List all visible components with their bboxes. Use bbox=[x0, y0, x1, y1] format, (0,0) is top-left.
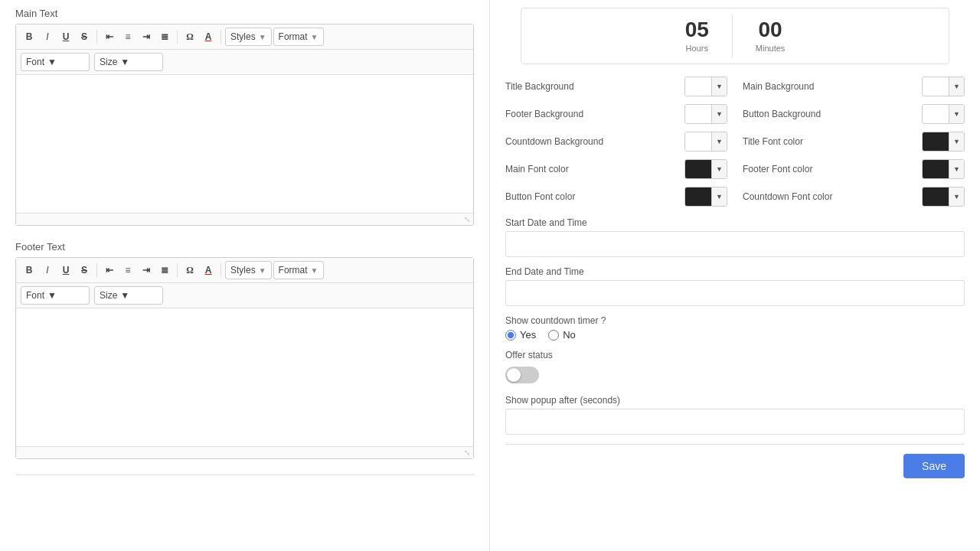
footer-editor-resize[interactable]: ⤡ bbox=[16, 446, 473, 458]
main-font-row: Font ▼ Size ▼ bbox=[16, 50, 473, 75]
main-font-color-dropdown-btn[interactable]: ▼ bbox=[711, 159, 727, 179]
footer-sep-2 bbox=[177, 263, 178, 277]
offer-status-label: Offer status bbox=[505, 350, 965, 360]
show-countdown-group: Show countdown timer ? Yes No bbox=[505, 315, 965, 341]
right-bottom-divider bbox=[505, 444, 965, 445]
footer-justify-btn[interactable]: ≣ bbox=[156, 262, 173, 279]
hours-value: 05 bbox=[685, 19, 709, 41]
footer-styles-arrow-icon: ▼ bbox=[259, 266, 266, 275]
save-button[interactable]: Save bbox=[903, 454, 965, 478]
main-editor-resize[interactable]: ⤡ bbox=[16, 213, 473, 225]
footer-align-left-btn[interactable]: ⇤ bbox=[101, 262, 118, 279]
footer-background-picker[interactable]: ▼ bbox=[684, 104, 727, 124]
button-font-color-dropdown-btn[interactable]: ▼ bbox=[711, 187, 727, 207]
main-align-right-btn[interactable]: ⇥ bbox=[138, 28, 155, 45]
countdown-background-dropdown-btn[interactable]: ▼ bbox=[711, 132, 727, 152]
main-size-select[interactable]: Size ▼ bbox=[94, 53, 163, 71]
footer-omega-btn[interactable]: Ω bbox=[181, 262, 198, 279]
countdown-no-radio[interactable] bbox=[548, 330, 559, 341]
main-font-color-btn[interactable]: A bbox=[200, 28, 217, 45]
footer-text-editor: B I U S ⇤ ≡ ⇥ ≣ Ω A Styles ▼ Format bbox=[15, 257, 474, 459]
countdown-font-color-picker[interactable]: ▼ bbox=[922, 187, 965, 207]
main-bold-btn[interactable]: B bbox=[21, 28, 38, 45]
countdown-yes-item[interactable]: Yes bbox=[505, 329, 536, 341]
show-popup-input[interactable] bbox=[505, 409, 965, 435]
footer-font-select[interactable]: Font ▼ bbox=[21, 286, 90, 305]
main-text-toolbar: B I U S ⇤ ≡ ⇥ ≣ Ω A Styles ▼ Format bbox=[16, 24, 473, 50]
main-omega-btn[interactable]: Ω bbox=[181, 28, 198, 45]
footer-font-color-btn[interactable]: A bbox=[200, 262, 217, 279]
offer-status-toggle[interactable] bbox=[505, 367, 539, 383]
footer-styles-dropdown[interactable]: Styles ▼ bbox=[225, 261, 272, 279]
show-popup-label: Show popup after (seconds) bbox=[505, 395, 965, 406]
main-strike-btn[interactable]: S bbox=[76, 28, 93, 45]
main-format-dropdown[interactable]: Format ▼ bbox=[273, 28, 324, 46]
main-italic-btn[interactable]: I bbox=[39, 28, 56, 45]
button-background-label: Button Background bbox=[743, 109, 821, 119]
minutes-label: Minutes bbox=[756, 44, 786, 53]
countdown-hours: 05 Hours bbox=[662, 15, 733, 57]
main-text-body[interactable] bbox=[16, 75, 473, 213]
button-background-dropdown-btn[interactable]: ▼ bbox=[949, 104, 964, 124]
main-font-color-picker[interactable]: ▼ bbox=[684, 159, 727, 179]
countdown-display: 05 Hours 00 Minutes bbox=[521, 8, 949, 64]
footer-strike-btn[interactable]: S bbox=[76, 262, 93, 279]
title-font-color-dropdown-btn[interactable]: ▼ bbox=[949, 132, 964, 152]
footer-align-center-btn[interactable]: ≡ bbox=[119, 262, 136, 279]
footer-sep-1 bbox=[96, 263, 97, 277]
title-background-label: Title Background bbox=[505, 81, 574, 92]
footer-background-dropdown-btn[interactable]: ▼ bbox=[711, 104, 727, 124]
footer-font-color-row: Footer Font color ▼ bbox=[743, 159, 965, 179]
show-countdown-radio-group: Yes No bbox=[505, 329, 965, 341]
start-date-input[interactable] bbox=[505, 231, 965, 257]
footer-format-dropdown[interactable]: Format ▼ bbox=[273, 261, 324, 279]
title-font-color-swatch bbox=[923, 132, 949, 152]
main-background-dropdown-btn[interactable]: ▼ bbox=[949, 77, 964, 96]
footer-align-right-btn[interactable]: ⇥ bbox=[138, 262, 155, 279]
footer-bold-btn[interactable]: B bbox=[21, 262, 38, 279]
main-styles-dropdown[interactable]: Styles ▼ bbox=[225, 28, 272, 46]
format-arrow-icon: ▼ bbox=[311, 33, 318, 41]
footer-text-toolbar: B I U S ⇤ ≡ ⇥ ≣ Ω A Styles ▼ Format bbox=[16, 258, 473, 283]
footer-size-arrow-icon: ▼ bbox=[120, 290, 129, 301]
main-justify-btn[interactable]: ≣ bbox=[156, 28, 173, 45]
end-date-input[interactable] bbox=[505, 280, 965, 306]
footer-font-color-swatch bbox=[923, 159, 949, 179]
footer-underline-btn[interactable]: U bbox=[57, 262, 74, 279]
countdown-yes-radio[interactable] bbox=[505, 330, 516, 341]
title-font-color-row: Title Font color ▼ bbox=[743, 132, 965, 152]
main-text-label: Main Text bbox=[15, 8, 474, 19]
title-background-picker[interactable]: ▼ bbox=[684, 77, 727, 96]
show-countdown-label: Show countdown timer ? bbox=[505, 315, 965, 326]
footer-size-select[interactable]: Size ▼ bbox=[94, 286, 163, 305]
footer-italic-btn[interactable]: I bbox=[39, 262, 56, 279]
main-font-color-row: Main Font color ▼ bbox=[505, 159, 727, 179]
toggle-track[interactable] bbox=[505, 367, 539, 383]
footer-sep-3 bbox=[220, 263, 221, 277]
toggle-thumb bbox=[507, 368, 521, 382]
button-font-color-picker[interactable]: ▼ bbox=[684, 187, 727, 207]
main-underline-btn[interactable]: U bbox=[57, 28, 74, 45]
footer-font-color-dropdown-btn[interactable]: ▼ bbox=[949, 159, 964, 179]
styles-arrow-icon: ▼ bbox=[259, 33, 266, 41]
title-font-color-picker[interactable]: ▼ bbox=[922, 132, 965, 152]
button-background-row: Button Background ▼ bbox=[743, 104, 965, 124]
title-background-dropdown-btn[interactable]: ▼ bbox=[711, 77, 727, 96]
color-grid: Title Background ▼ Main Background ▼ Foo… bbox=[505, 77, 965, 207]
main-background-row: Main Background ▼ bbox=[743, 77, 965, 96]
main-align-center-btn[interactable]: ≡ bbox=[119, 28, 136, 45]
countdown-no-item[interactable]: No bbox=[548, 329, 576, 341]
end-date-group: End Date and Time bbox=[505, 266, 965, 306]
countdown-background-picker[interactable]: ▼ bbox=[684, 132, 727, 152]
main-background-picker[interactable]: ▼ bbox=[922, 77, 965, 96]
footer-text-body[interactable] bbox=[16, 308, 473, 446]
button-background-picker[interactable]: ▼ bbox=[922, 104, 965, 124]
main-align-left-btn[interactable]: ⇤ bbox=[101, 28, 118, 45]
footer-font-color-picker[interactable]: ▼ bbox=[922, 159, 965, 179]
button-font-color-swatch bbox=[685, 187, 711, 207]
main-font-select[interactable]: Font ▼ bbox=[21, 53, 90, 71]
resize-icon: ⤡ bbox=[464, 215, 470, 223]
footer-font-color-label: Footer Font color bbox=[743, 164, 812, 174]
countdown-font-color-dropdown-btn[interactable]: ▼ bbox=[949, 187, 964, 207]
countdown-background-swatch bbox=[685, 132, 711, 152]
